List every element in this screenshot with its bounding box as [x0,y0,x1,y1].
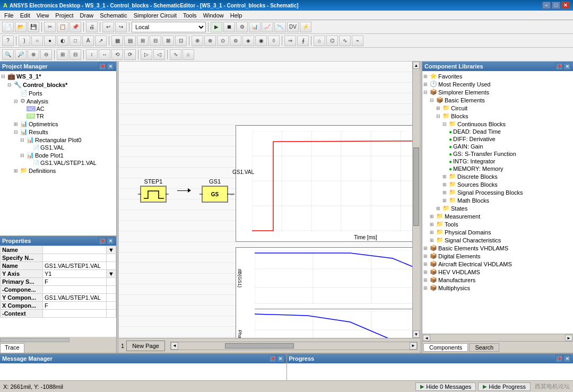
menu-file[interactable]: File [1,12,17,19]
tab-trace[interactable]: Trace [0,343,24,353]
tree-item-ac[interactable]: · AC AC [1,105,115,112]
props-pin-btn[interactable]: 📌 [99,237,106,245]
tb2-10[interactable]: ▤ [124,36,136,46]
tb2-8[interactable]: ↗ [95,36,107,46]
solver-combo[interactable]: Local [132,22,206,32]
tree-item-analysis[interactable]: ⊟ ⚙ Analysis [1,97,115,105]
tb3-5[interactable]: ⊞ [57,49,68,60]
tb2-26[interactable]: ∿ [339,36,351,46]
btn-c[interactable]: 📉 [274,22,286,32]
cl-item-favorites[interactable]: ⊞ ⭐ Favorites [423,72,572,80]
pm-pin-btn[interactable]: 📌 [99,63,106,70]
menu-schematic[interactable]: Schematic [97,12,130,19]
tb3-8[interactable]: ↔ [99,49,110,60]
menu-simplorer[interactable]: Simplorer Circuit [131,12,180,19]
cl-item-mfg[interactable]: ⊞ 📦 Manufacturers [423,276,572,284]
cut-btn[interactable]: ✂ [44,22,56,32]
tree-item-optimetrics[interactable]: ⊞ 📊 Optimetrics [1,120,115,128]
tree-item-control[interactable]: ⊟ 🔧 Control_blocks* [1,81,115,89]
menu-edit[interactable]: Edit [17,12,33,19]
progress-close-btn[interactable]: ✕ [563,355,571,362]
stop-btn[interactable]: ⏹ [223,22,235,32]
tb3-12[interactable]: ◁ [153,49,165,60]
props-close-btn[interactable]: ✕ [107,237,114,245]
expand-analysis[interactable]: ⊟ [14,99,20,104]
cl-item-tools[interactable]: ⊞ 📁 Tools [423,220,572,228]
tb3-10[interactable]: ⟳ [124,49,136,60]
cl-item-basic[interactable]: ⊟ 📦 Basic Elements [423,96,572,104]
open-btn[interactable]: 📂 [15,22,27,32]
tb2-17[interactable]: ⊙ [217,36,229,46]
run-btn[interactable]: ▶ [211,22,222,32]
tree-item-definitions[interactable]: ⊞ 📁 Definitions [1,167,115,175]
tb2-13[interactable]: ⊠ [162,36,174,46]
tab-search[interactable]: Search [469,343,499,352]
cl-item-diff[interactable]: ● DIFF: Derivative [423,135,572,143]
h-scrollbar[interactable]: ◄ ► [170,342,418,350]
msg-close-btn[interactable]: ✕ [277,355,284,362]
cl-item-hev[interactable]: ⊞ 📦 HEV VHDLAMS [423,268,572,276]
tb2-5[interactable]: ◐ [57,36,68,46]
paste-btn[interactable]: 📌 [70,22,81,32]
restore-button[interactable]: □ [552,2,560,9]
msg-pin-btn[interactable]: 📌 [269,355,276,362]
cl-item-physical[interactable]: ⊞ 📁 Physical Domains [423,228,572,236]
schematic-area[interactable]: STEP1 [119,62,420,338]
tree-item-rectplot0[interactable]: ⊟ 📊 Rectangular Plot0 [1,136,115,144]
cl-item-states[interactable]: ⊞ 📁 States [423,204,572,212]
tb2-27[interactable]: ⌁ [352,36,363,46]
tb2-15[interactable]: ⊕ [192,36,203,46]
btn-e[interactable]: ⚡ [300,22,311,32]
tb3-14[interactable]: ⌂ [183,49,194,60]
tb3-6[interactable]: ⊟ [70,49,81,60]
tree-item-results[interactable]: ⊟ 📊 Results [1,128,115,136]
cl-close-btn[interactable]: ✕ [563,63,571,70]
tb3-2[interactable]: 🔎 [15,49,27,60]
cl-item-measurement[interactable]: ⊞ 📁 Measurement [423,212,572,220]
tb3-4[interactable]: ⊖ [40,49,52,60]
cl-item-gain[interactable]: ● GAIN: Gain [423,143,572,150]
tree-item-ports[interactable]: + 📄 Ports [1,89,115,97]
expand-control[interactable]: ⊟ [7,82,14,88]
tb3-7[interactable]: ↕ [86,49,98,60]
new-page-tab[interactable]: New Page [126,341,165,351]
cl-item-memory[interactable]: ● MEMORY: Memory [423,165,572,172]
tb3-11[interactable]: ▷ [141,49,152,60]
cl-item-sigchar[interactable]: ⊞ 📁 Signal Characteristics [423,236,572,244]
tree-item-ws31[interactable]: ⊟ 💼 WS_3_1* [1,72,115,81]
close-button[interactable]: ✕ [561,2,570,9]
cl-item-sources[interactable]: ⊞ 📁 Sources Blocks [423,180,572,188]
btn-a[interactable]: 📊 [249,22,261,32]
expand-bp1[interactable]: ⊟ [20,153,27,158]
redo-btn[interactable]: ↪ [115,22,127,32]
tb2-1[interactable]: ? [2,36,14,46]
pm-close-btn[interactable]: ✕ [107,63,114,70]
cl-item-dead[interactable]: ● DEAD: Dead Time [423,128,572,135]
analyze-btn[interactable]: ⚙ [236,22,248,32]
cl-item-discrete[interactable]: ⊞ 📁 Discrete Blocks [423,172,572,180]
tb2-22[interactable]: ⇒ [284,36,296,46]
cl-item-gs[interactable]: ● GS: S-Transfer Function [423,150,572,158]
v-scrollbar[interactable]: ▲ ▼ [412,62,420,338]
tb3-1[interactable]: 🔍 [2,49,14,60]
tree-item-gs1step1[interactable]: · 📄 GS1.VAL/STEP1.VAL [1,159,115,167]
tb2-20[interactable]: ◉ [255,36,267,46]
cl-pin-btn[interactable]: 📌 [555,63,563,70]
expand-rp0[interactable]: ⊟ [20,137,27,143]
menu-draw[interactable]: Draw [77,12,97,19]
tb2-19[interactable]: ◈ [242,36,254,46]
tb2-2[interactable]: ) [19,36,30,46]
tb2-12[interactable]: ⊟ [150,36,161,46]
menu-project[interactable]: Project [52,12,76,19]
gs1-block[interactable]: GS1 GS ← [202,178,228,203]
cl-item-math[interactable]: ⊞ 📁 Math Blocks [423,196,572,204]
tree-item-bodeplot1[interactable]: ⊟ 📊 Bode Plot1 [1,151,115,159]
cl-item-blocks[interactable]: ⊟ 📁 Blocks [423,112,572,120]
step1-block[interactable]: STEP1 [140,178,167,203]
tb2-25[interactable]: ⌬ [326,36,338,46]
save-btn[interactable]: 💾 [28,22,39,32]
cl-item-aircraft[interactable]: ⊞ 📦 Aircraft Electrical VHDLAMS [423,260,572,268]
cl-item-multi[interactable]: ⊞ 📦 Multiphysics [423,284,572,292]
menu-view[interactable]: View [33,12,53,19]
tree-item-gs1val[interactable]: · 📄 GS1.VAL [1,144,115,151]
